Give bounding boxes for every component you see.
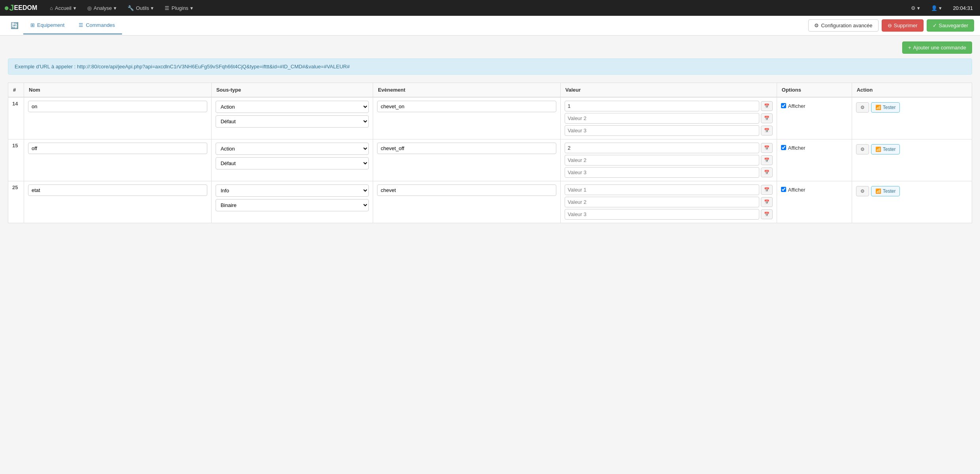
valeur-row-2: 📅 [565, 113, 773, 124]
supprimer-button[interactable]: ⊖ Supprimer [882, 19, 924, 32]
row-14-nom-input[interactable] [28, 101, 207, 112]
config-avancee-button[interactable]: ⚙ Configuration avancée [808, 19, 878, 32]
row-15-nom-cell [24, 139, 212, 181]
row-15-nom-input[interactable] [28, 143, 207, 154]
row-25-afficher-checkbox[interactable] [781, 187, 786, 192]
tab-equipement-label: Equipement [37, 22, 64, 28]
row-15-num: 15 [8, 139, 24, 181]
row-25-nom-input[interactable] [28, 184, 207, 196]
row-25-num: 25 [8, 181, 24, 223]
row-25-subtype1-select[interactable]: Action Info [216, 184, 369, 197]
user-icon: 👤 [931, 5, 937, 11]
row-14-valeur2-calendar-button[interactable]: 📅 [761, 113, 773, 123]
row-15-evenement-cell [373, 139, 561, 181]
row-14-subtype2-select[interactable]: Défaut Binaire [216, 115, 369, 128]
nav-accueil-label: Accueil [55, 5, 71, 11]
row-14-valeur1-input[interactable] [565, 101, 759, 111]
row-14-gear-button[interactable]: ⚙ [856, 102, 869, 113]
row-14-tester-button[interactable]: 📶 Tester [871, 102, 900, 113]
row-25-valeur2-input[interactable] [565, 197, 759, 207]
plugins-icon: ☰ [165, 5, 169, 11]
supprimer-label: Supprimer [894, 23, 918, 28]
back-button[interactable]: 🔄 [6, 19, 23, 32]
row-14-num: 14 [8, 97, 24, 139]
row-15-action-cell: ⚙ 📶 Tester [852, 139, 972, 181]
row-14-afficher-label: Afficher [788, 103, 805, 109]
row-14-valeur2-input[interactable] [565, 113, 759, 124]
nav-accueil[interactable]: ⌂ Accueil ▾ [45, 3, 81, 13]
valeur-row-1: 📅 [565, 143, 773, 153]
row-15-afficher-checkbox[interactable] [781, 145, 786, 150]
add-command-row: + Ajouter une commande [8, 41, 972, 54]
calendar-icon: 📅 [764, 212, 770, 217]
nav-plugins-label: Plugins [171, 5, 188, 11]
nav-outils[interactable]: 🔧 Outils ▾ [123, 3, 158, 13]
analyse-icon: ◎ [87, 5, 92, 11]
nav-analyse[interactable]: ◎ Analyse ▾ [83, 3, 121, 13]
row-14-action-cell: ⚙ 📶 Tester [852, 97, 972, 139]
sauvegarder-button[interactable]: ✓ Sauvegarder [927, 19, 974, 32]
row-14-tester-label: Tester [883, 105, 896, 110]
row-25-valeur3-input[interactable] [565, 209, 759, 220]
row-15-subtype-cell: Action Info Défaut Binaire [211, 139, 373, 181]
row-15-valeur3-input[interactable] [565, 167, 759, 178]
row-25-tester-button[interactable]: 📶 Tester [871, 186, 900, 196]
row-25-subtype2-select[interactable]: Défaut Binaire [216, 199, 369, 211]
row-25-options-cell: Afficher [777, 181, 852, 223]
nav-plugins[interactable]: ☰ Plugins ▾ [160, 3, 198, 13]
row-15-afficher-label: Afficher [788, 145, 805, 151]
row-25-evenement-input[interactable] [377, 184, 556, 196]
row-25-valeur2-calendar-button[interactable]: 📅 [761, 197, 773, 207]
row-15-valeur3-calendar-button[interactable]: 📅 [761, 167, 773, 177]
row-15-tester-button[interactable]: 📶 Tester [871, 144, 900, 154]
row-14-subtype1-select[interactable]: Action Info [216, 101, 369, 113]
row-25-subtype-cell: Action Info Défaut Binaire [211, 181, 373, 223]
row-14-afficher-checkbox[interactable] [781, 103, 786, 108]
calendar-icon: 📅 [764, 158, 770, 163]
row-25-afficher-label: Afficher [788, 187, 805, 193]
row-15-valeur2-input[interactable] [565, 155, 759, 166]
user-menu[interactable]: 👤 ▾ [928, 4, 945, 13]
row-25-valeur3-calendar-button[interactable]: 📅 [761, 209, 773, 219]
settings-menu[interactable]: ⚙ ▾ [908, 4, 923, 13]
tab-commandes[interactable]: ☰ Commandes [71, 17, 122, 34]
calendar-icon: 📅 [764, 199, 770, 205]
chevron-down-icon: ▾ [73, 5, 76, 11]
row-14-valeur-cell: 📅 📅 📅 [560, 97, 777, 139]
row-15-subtype1-select[interactable]: Action Info [216, 143, 369, 155]
row-15-valeur1-input[interactable] [565, 143, 759, 153]
row-25-valeur1-input[interactable] [565, 184, 759, 195]
row-14-valeur3-input[interactable] [565, 125, 759, 136]
row-15-evenement-input[interactable] [377, 143, 556, 154]
row-15-tester-label: Tester [883, 147, 896, 152]
row-25-action-cell: ⚙ 📶 Tester [852, 181, 972, 223]
sauvegarder-label: Sauvegarder [939, 23, 968, 28]
row-14-evenement-input[interactable] [377, 101, 556, 112]
valeur-row-3: 📅 [565, 209, 773, 220]
main-content: + Ajouter une commande Exemple d'URL à a… [0, 36, 980, 474]
add-command-button[interactable]: + Ajouter une commande [902, 41, 972, 54]
row-15-valeur1-calendar-button[interactable]: 📅 [761, 143, 773, 153]
tab-commandes-label: Commandes [86, 22, 115, 28]
table-row: 25 Action Info Défaut Binaire [8, 181, 972, 223]
valeur-row-3: 📅 [565, 125, 773, 136]
row-25-actions: ⚙ 📶 Tester [856, 184, 968, 196]
row-25-afficher-option: Afficher [781, 184, 848, 193]
home-icon: ⌂ [50, 5, 53, 11]
row-15-gear-button[interactable]: ⚙ [856, 144, 869, 154]
col-header-soustype: Sous-type [211, 83, 373, 98]
calendar-icon: 📅 [764, 170, 770, 175]
row-15-valeur2-calendar-button[interactable]: 📅 [761, 155, 773, 165]
equip-icon: ⊞ [30, 22, 35, 28]
row-25-valeur1-calendar-button[interactable]: 📅 [761, 185, 773, 195]
row-15-subtype2-select[interactable]: Défaut Binaire [216, 157, 369, 169]
back-icon: 🔄 [11, 22, 19, 29]
row-14-valeur3-calendar-button[interactable]: 📅 [761, 126, 773, 135]
tab-equipement[interactable]: ⊞ Equipement [23, 17, 71, 34]
check-icon: ✓ [933, 23, 937, 28]
gear-icon: ⚙ [860, 105, 865, 110]
row-25-gear-button[interactable]: ⚙ [856, 186, 869, 196]
valeur-row-2: 📅 [565, 155, 773, 166]
row-14-valeur1-calendar-button[interactable]: 📅 [761, 101, 773, 111]
row-15-afficher-option: Afficher [781, 143, 848, 151]
